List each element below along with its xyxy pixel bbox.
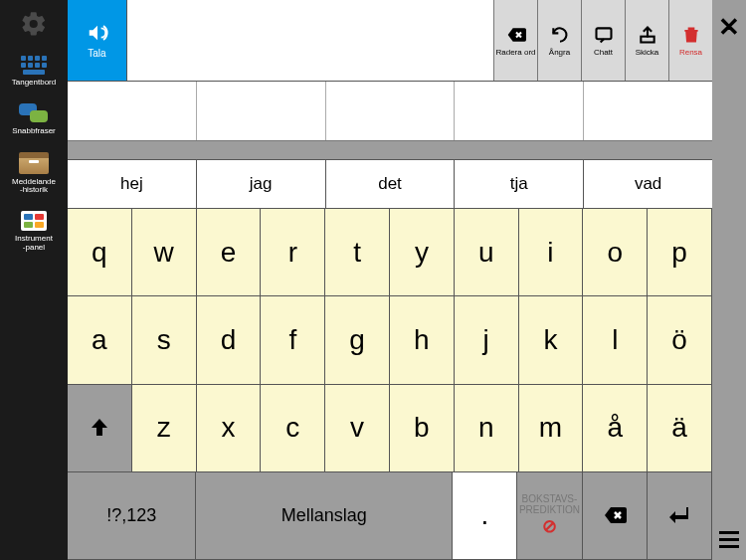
key-ä[interactable]: ä <box>648 385 712 472</box>
key-w[interactable]: w <box>132 209 197 296</box>
clear-button[interactable]: Rensa <box>668 0 712 81</box>
svg-rect-1 <box>641 36 653 42</box>
key-a[interactable]: a <box>68 296 132 384</box>
prediction[interactable]: vad <box>584 160 712 208</box>
menu-button[interactable] <box>719 531 739 548</box>
prohibited-icon: ⊘ <box>542 517 557 537</box>
send-button[interactable]: Skicka <box>625 0 668 81</box>
shift-arrow-icon <box>88 416 111 440</box>
message-text-area[interactable] <box>127 0 493 81</box>
key-v[interactable]: v <box>325 385 390 472</box>
key-y[interactable]: y <box>390 209 455 296</box>
phrase-slot[interactable] <box>584 82 712 140</box>
key-ö[interactable]: ö <box>648 296 712 384</box>
gear-icon[interactable] <box>20 10 48 38</box>
prediction[interactable]: jag <box>197 160 326 208</box>
keyboard-icon <box>19 56 49 75</box>
undo-button[interactable]: Ångra <box>537 0 581 81</box>
nav-history[interactable]: Meddelande -historik <box>0 144 68 204</box>
phrase-slot[interactable] <box>326 82 456 140</box>
speak-label: Tala <box>88 48 105 59</box>
action-label: Ångra <box>549 48 570 57</box>
shift-key[interactable] <box>68 385 132 472</box>
symbols-key[interactable]: !?,123 <box>68 472 196 560</box>
disabled-label: BOKSTAVS- PREDIKTION <box>519 493 580 515</box>
nav-dashboard[interactable]: Instrument -panel <box>0 203 68 261</box>
key-r[interactable]: r <box>261 209 325 296</box>
main-panel: Tala Radera ord Ångra Chatt Skic <box>68 0 712 560</box>
key-o[interactable]: o <box>583 209 648 296</box>
delete-word-button[interactable]: Radera ord <box>493 0 537 81</box>
prediction[interactable]: hej <box>68 160 197 208</box>
letter-prediction-disabled: BOKSTAVS- PREDIKTION ⊘ <box>517 472 582 560</box>
key-l[interactable]: l <box>583 296 648 384</box>
key-s[interactable]: s <box>132 296 197 384</box>
message-actions: Radera ord Ångra Chatt Skicka Rensa <box>493 0 712 81</box>
key-n[interactable]: n <box>455 385 519 472</box>
message-bar: Tala Radera ord Ångra Chatt Skic <box>68 0 712 82</box>
key-u[interactable]: u <box>455 209 519 296</box>
nav-keyboard[interactable]: Tangentbord <box>0 48 68 95</box>
share-icon <box>638 25 657 45</box>
word-predictions: hej jag det tja vad <box>68 159 712 209</box>
key-j[interactable]: j <box>455 296 519 384</box>
key-m[interactable]: m <box>519 385 584 472</box>
dashboard-grid-icon <box>21 211 47 231</box>
onscreen-keyboard: q w e r t y u i o p a s d f g h j k l <box>68 209 712 560</box>
nav-quickphrases[interactable]: Snabbfraser <box>0 95 68 144</box>
key-k[interactable]: k <box>519 296 584 384</box>
key-f[interactable]: f <box>261 296 325 384</box>
key-i[interactable]: i <box>519 209 584 296</box>
key-d[interactable]: d <box>197 296 262 384</box>
key-t[interactable]: t <box>325 209 390 296</box>
nav-label: Snabbfraser <box>12 127 56 136</box>
backspace-key[interactable] <box>583 472 648 560</box>
speaker-icon <box>87 22 108 44</box>
action-label: Radera ord <box>495 48 535 57</box>
prediction[interactable]: tja <box>455 160 584 208</box>
key-å[interactable]: å <box>583 385 648 472</box>
phrase-slot[interactable] <box>68 82 197 140</box>
nav-label: Instrument -panel <box>15 235 53 253</box>
left-nav: Tangentbord Snabbfraser Meddelande -hist… <box>0 0 68 560</box>
key-c[interactable]: c <box>261 385 325 472</box>
phrase-slots <box>68 82 712 141</box>
key-b[interactable]: b <box>390 385 455 472</box>
key-h[interactable]: h <box>390 296 455 384</box>
nav-label: Tangentbord <box>12 79 56 88</box>
backspace-icon <box>603 503 627 527</box>
trash-icon <box>681 25 701 45</box>
action-label: Chatt <box>594 48 613 57</box>
enter-key[interactable] <box>648 472 712 560</box>
key-g[interactable]: g <box>325 296 390 384</box>
nav-label: Meddelande -historik <box>12 178 56 196</box>
chat-button[interactable]: Chatt <box>581 0 625 81</box>
action-label: Rensa <box>679 48 702 57</box>
chat-icon <box>594 25 614 45</box>
action-label: Skicka <box>636 48 659 57</box>
chat-bubbles-icon <box>19 103 49 123</box>
phrase-slot[interactable] <box>197 82 326 140</box>
key-p[interactable]: p <box>648 209 712 296</box>
right-strip: ✕ <box>712 0 746 560</box>
prediction[interactable]: det <box>326 160 456 208</box>
key-x[interactable]: x <box>197 385 262 472</box>
archive-box-icon <box>19 152 49 174</box>
speak-button[interactable]: Tala <box>68 0 127 81</box>
phrase-slot[interactable] <box>455 82 584 140</box>
period-key[interactable]: . <box>453 472 517 560</box>
divider <box>68 141 712 159</box>
key-q[interactable]: q <box>68 209 132 296</box>
space-key[interactable]: Mellanslag <box>196 472 453 560</box>
undo-icon <box>550 25 570 45</box>
key-z[interactable]: z <box>132 385 197 472</box>
close-button[interactable]: ✕ <box>718 12 740 43</box>
return-icon <box>667 503 691 527</box>
backspace-word-icon <box>506 25 526 45</box>
key-e[interactable]: e <box>197 209 262 296</box>
svg-rect-0 <box>596 28 611 39</box>
